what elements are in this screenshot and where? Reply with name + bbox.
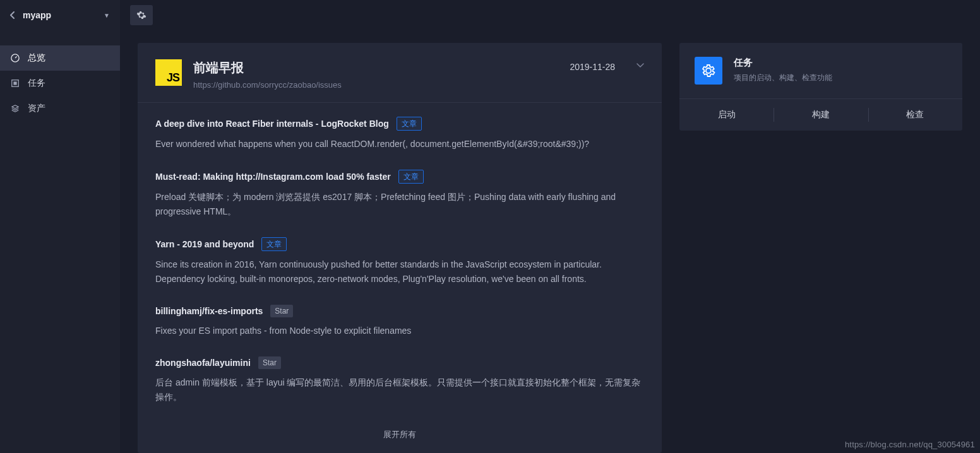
article-tag: 文章 (398, 170, 424, 184)
side-panel: 任务 项目的启动、构建、检查功能 启动 构建 检查 (679, 43, 962, 453)
article-title[interactable]: Yarn - 2019 and beyond (155, 239, 254, 249)
article-tag: 文章 (397, 117, 422, 131)
article-desc: 后台 admin 前端模板，基于 layui 编写的最简洁、易用的后台框架模板。… (155, 375, 644, 404)
sidebar-item-assets[interactable]: 资产 (0, 96, 120, 121)
sidebar: myapp ▼ 总览 任务 资产 (0, 0, 120, 453)
watermark-text: https://blog.csdn.net/qq_30054961 (845, 440, 975, 449)
article-tag: 文章 (261, 237, 287, 251)
article-desc: Since its creation in 2016, Yarn continu… (155, 257, 644, 286)
task-action-build[interactable]: 构建 (774, 99, 868, 131)
feed-date: 2019-11-28 (570, 62, 615, 72)
sidebar-item-label: 资产 (28, 103, 45, 114)
sidebar-item-overview[interactable]: 总览 (0, 45, 120, 71)
task-action-start[interactable]: 启动 (679, 99, 774, 131)
layers-icon (10, 104, 20, 113)
js-logo-icon: JS (155, 59, 182, 86)
star-tag: Star (270, 305, 293, 317)
sidebar-nav: 总览 任务 资产 (0, 45, 120, 121)
sidebar-item-label: 总览 (28, 52, 45, 64)
feed-body: A deep dive into React Fiber internals -… (138, 103, 662, 453)
article-title[interactable]: Must-read: Making http://Instagram.com l… (155, 172, 391, 182)
feed-source-link[interactable]: https://github.com/sorrycc/zaobao/issues (193, 80, 558, 90)
task-icon (10, 79, 20, 88)
feed-header: JS 前端早报 https://github.com/sorrycc/zaoba… (138, 43, 662, 103)
main-area: JS 前端早报 https://github.com/sorrycc/zaoba… (120, 0, 980, 453)
article-desc: Ever wondered what happens when you call… (155, 137, 644, 151)
sidebar-item-tasks[interactable]: 任务 (0, 71, 120, 96)
task-card-title: 任务 (734, 57, 832, 69)
content-row: JS 前端早报 https://github.com/sorrycc/zaoba… (120, 30, 980, 453)
article-title[interactable]: A deep dive into React Fiber internals -… (155, 119, 389, 129)
article-desc: Preload 关键脚本；为 modern 浏览器提供 es2017 脚本；Pr… (155, 190, 644, 218)
show-all-button[interactable]: 展开所有 (155, 423, 644, 445)
caret-down-icon: ▼ (104, 12, 110, 19)
sidebar-item-label: 任务 (28, 78, 45, 89)
feed-panel: JS 前端早报 https://github.com/sorrycc/zaoba… (138, 43, 662, 453)
feed-article: Yarn - 2019 and beyond 文章 Since its crea… (155, 237, 644, 286)
article-title[interactable]: billinghamj/fix-es-imports (155, 306, 263, 316)
settings-button[interactable] (130, 5, 153, 25)
task-card-subtitle: 项目的启动、构建、检查功能 (734, 73, 832, 83)
dashboard-icon (10, 54, 20, 62)
star-tag: Star (258, 356, 281, 369)
task-action-check[interactable]: 检查 (868, 99, 962, 131)
topbar (120, 0, 980, 30)
task-card: 任务 项目的启动、构建、检查功能 启动 构建 检查 (679, 43, 962, 131)
article-title[interactable]: zhongshaofa/layuimini (155, 358, 251, 368)
feed-article: Must-read: Making http://Instagram.com l… (155, 170, 644, 218)
feed-title: 前端早报 (193, 59, 558, 76)
task-actions: 启动 构建 检查 (679, 98, 962, 131)
gear-icon (136, 10, 146, 20)
feed-article: zhongshaofa/layuimini Star 后台 admin 前端模板… (155, 356, 644, 404)
feed-article: billinghamj/fix-es-imports Star Fixes yo… (155, 305, 644, 338)
chevron-left-icon (10, 11, 15, 19)
gear-icon (695, 57, 722, 85)
svg-rect-2 (13, 81, 16, 85)
project-selector[interactable]: myapp ▼ (0, 0, 120, 30)
feed-article: A deep dive into React Fiber internals -… (155, 117, 644, 151)
chevron-down-icon[interactable] (636, 63, 644, 68)
project-name: myapp (23, 10, 96, 20)
article-desc: Fixes your ES import paths - from Node-s… (155, 324, 644, 338)
